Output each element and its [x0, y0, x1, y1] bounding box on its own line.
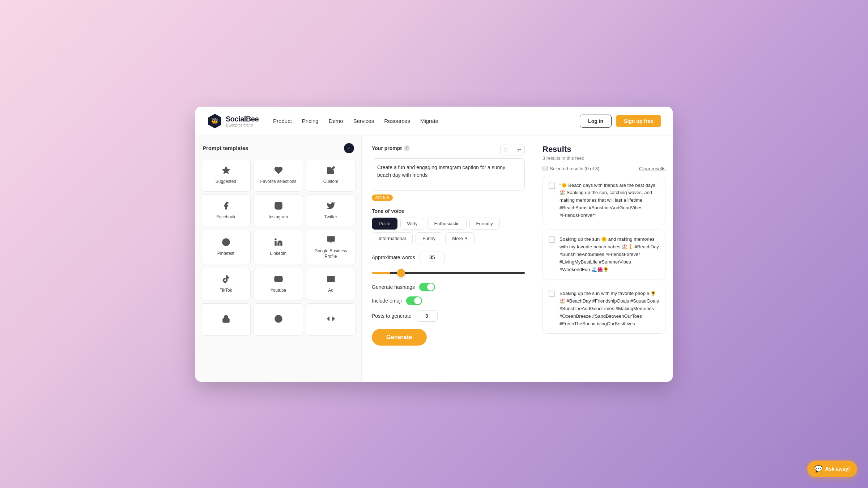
ad-icon: Ad — [327, 275, 335, 285]
logo-icon: 🐝 — [207, 113, 223, 129]
svg-rect-12 — [223, 318, 229, 322]
tone-polite[interactable]: Polite — [372, 218, 397, 230]
posts-row: Posts to generate — [372, 310, 525, 322]
prompt-section: Your prompt i ♡ ⇄ Create a fun and engag… — [372, 145, 525, 201]
nav-resources[interactable]: Resources — [384, 118, 410, 124]
svg-rect-8 — [327, 236, 335, 241]
generate-button[interactable]: Generate — [372, 329, 427, 346]
sidebar-title: Prompt templates — [203, 145, 248, 151]
tone-funny[interactable]: Funny — [416, 232, 442, 244]
select-results-button[interactable]: Selected results (0 of 3) — [542, 166, 599, 171]
favorite-prompt-button[interactable]: ♡ — [500, 145, 511, 155]
chat-icon: 💬 — [814, 465, 822, 473]
chevron-down-icon: ▼ — [464, 236, 468, 240]
sidebar-item-youtube[interactable]: Youtube — [254, 268, 303, 300]
hashtags-toggle[interactable] — [419, 283, 435, 291]
youtube-icon — [274, 275, 283, 285]
twitter-icon — [327, 201, 335, 211]
nav-actions: Log in Sign up free — [580, 115, 661, 128]
results-actions-bar: Selected results (0 of 3) Clear results — [542, 166, 665, 171]
result-text-2: Soaking up the sun 🌞 and making memories… — [559, 236, 659, 273]
clear-results-button[interactable]: Clear results — [639, 166, 665, 171]
sidebar-item-instagram[interactable]: Instagram — [254, 194, 303, 227]
tiktok-icon — [222, 275, 230, 285]
svg-rect-6 — [275, 241, 276, 245]
approx-label: Approximate words — [372, 254, 415, 260]
main-content: Prompt templates ‹ Suggested Favorite se… — [195, 136, 673, 382]
result-card: Soaking up the sun with my favorite peop… — [542, 284, 665, 334]
google-business-label: Google Business Profile — [310, 248, 352, 260]
ad-label: Ad — [328, 288, 333, 294]
results-panel: Results 3 results in this feed Selected … — [535, 136, 673, 382]
youtube-label: Youtube — [271, 288, 286, 294]
sidebar-item-google-business[interactable]: Google Business Profile — [306, 230, 356, 265]
nav-product[interactable]: Product — [273, 118, 292, 124]
tone-enthusiastic[interactable]: Enthusiastic — [427, 218, 466, 230]
tone-friendly[interactable]: Friendly — [469, 218, 500, 230]
words-input[interactable] — [420, 252, 445, 263]
posts-label: Posts to generate — [372, 313, 412, 319]
char-count-badge: 921 left — [372, 194, 393, 201]
code-icon — [327, 314, 335, 325]
shuffle-prompt-button[interactable]: ⇄ — [514, 145, 525, 155]
nav-services[interactable]: Services — [353, 118, 374, 124]
sidebar: Prompt templates ‹ Suggested Favorite se… — [195, 136, 362, 382]
select-all-checkbox[interactable] — [542, 166, 548, 171]
result-checkbox-2[interactable] — [549, 236, 555, 243]
sidebar-item-linkedin[interactable]: LinkedIn — [254, 230, 303, 265]
sidebar-item-suggested[interactable]: Suggested — [201, 159, 251, 192]
favorite-label: Favorite selections — [260, 179, 296, 185]
login-button[interactable]: Log in — [580, 115, 612, 128]
smile-icon — [274, 314, 283, 325]
sidebar-collapse-button[interactable]: ‹ — [344, 143, 354, 153]
hashtags-row: Generate hashtags — [372, 283, 525, 291]
info-icon[interactable]: i — [404, 145, 410, 151]
sidebar-item-twitter[interactable]: Twitter — [306, 194, 356, 227]
linkedin-icon — [274, 238, 283, 248]
sidebar-item-custom[interactable]: Custom — [306, 159, 356, 192]
sidebar-item-more3[interactable] — [306, 303, 356, 336]
posts-input[interactable] — [416, 310, 438, 322]
template-grid: Suggested Favorite selections Custom — [201, 159, 356, 336]
google-business-icon — [327, 235, 335, 245]
result-checkbox-3[interactable] — [549, 291, 555, 297]
prompt-label: Your prompt i — [372, 145, 410, 151]
svg-marker-2 — [222, 167, 230, 174]
words-slider[interactable] — [372, 272, 525, 274]
instagram-icon — [274, 201, 283, 211]
svg-text:Ad: Ad — [329, 277, 333, 280]
signup-button[interactable]: Sign up free — [616, 115, 661, 127]
slider-container — [372, 269, 525, 275]
sidebar-item-ad[interactable]: Ad Ad — [306, 268, 356, 300]
sidebar-item-facebook[interactable]: Facebook — [201, 194, 251, 227]
tone-informational[interactable]: Informational — [372, 232, 413, 244]
result-checkbox-1[interactable] — [549, 183, 555, 189]
heart-icon — [274, 166, 283, 176]
logo-name: SocialBee — [226, 115, 259, 123]
instagram-label: Instagram — [269, 214, 288, 220]
emoji-row: Include emoji — [372, 296, 525, 305]
emoji-toggle[interactable] — [406, 296, 422, 305]
custom-label: Custom — [323, 179, 338, 185]
emoji-label: Include emoji — [372, 298, 402, 304]
sidebar-item-tiktok[interactable]: TikTok — [201, 268, 251, 300]
sidebar-item-more1[interactable] — [201, 303, 251, 336]
facebook-label: Facebook — [216, 214, 235, 220]
chat-bubble[interactable]: 💬 Ask away! — [807, 461, 857, 477]
header: 🐝 SocialBee a webpros brand Product Pric… — [195, 107, 673, 136]
nav-migrate[interactable]: Migrate — [420, 118, 438, 124]
result-card: Soaking up the sun 🌞 and making memories… — [542, 230, 665, 279]
center-panel: Your prompt i ♡ ⇄ Create a fun and engag… — [362, 136, 535, 382]
prompt-textarea[interactable]: Create a fun and engaging Instagram capt… — [372, 158, 525, 191]
tone-witty[interactable]: Witty — [400, 218, 425, 230]
nav-demo[interactable]: Demo — [329, 118, 343, 124]
pinterest-icon — [222, 238, 230, 248]
sidebar-item-pinterest[interactable]: Pinterest — [201, 230, 251, 265]
sidebar-item-favorite[interactable]: Favorite selections — [254, 159, 303, 192]
nav: Product Pricing Demo Services Resources … — [273, 118, 580, 124]
suggested-label: Suggested — [216, 179, 236, 185]
sidebar-item-more2[interactable] — [254, 303, 303, 336]
nav-pricing[interactable]: Pricing — [302, 118, 319, 124]
approx-words-row: Approximate words — [372, 252, 525, 263]
tone-more[interactable]: More ▼ — [445, 232, 475, 244]
